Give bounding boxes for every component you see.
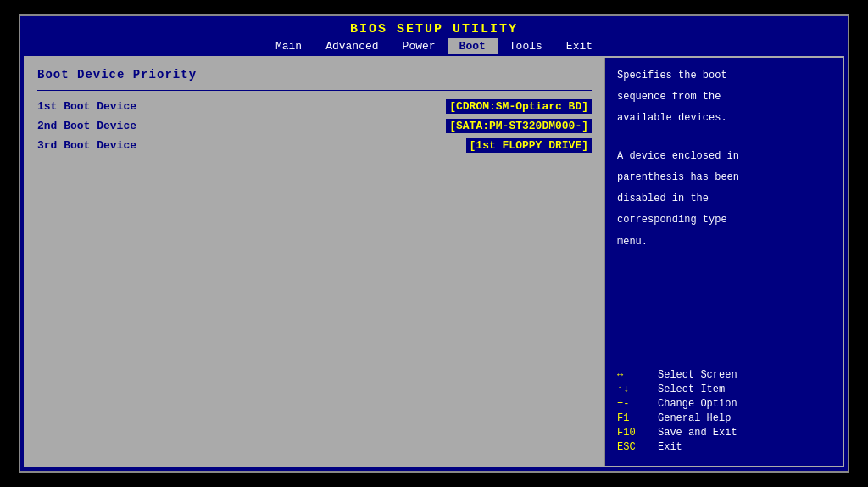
key-change-option: +- Change Option	[617, 398, 831, 410]
bios-title: BIOS SETUP UTILITY	[350, 22, 518, 36]
help-line-5: parenthesis has been	[617, 170, 831, 186]
boot-item-2-value: [SATA:PM-ST320DM000-]	[446, 119, 592, 133]
help-line-3: available devices.	[617, 110, 831, 126]
tab-main[interactable]: Main	[264, 38, 314, 54]
right-panel: Specifies the boot sequence from the ava…	[605, 58, 843, 466]
tab-advanced[interactable]: Advanced	[314, 38, 390, 54]
help-line-4: A device enclosed in	[617, 148, 831, 165]
help-line-8: menu.	[617, 234, 831, 250]
tab-bar: Main Advanced Power Boot Tools Exit	[20, 38, 848, 54]
key-select-screen-label: Select Screen	[658, 369, 737, 381]
boot-item-2-label: 2nd Boot Device	[37, 120, 190, 132]
key-select-screen: ↔ Select Screen	[617, 369, 831, 381]
section-title: Boot Device Priority	[37, 68, 592, 81]
key-list: ↔ Select Screen ↑↓ Select Item +- Change…	[617, 369, 831, 456]
divider	[37, 90, 592, 91]
help-line-6: disabled in the	[617, 191, 831, 207]
key-esc-icon: ESC	[617, 441, 658, 453]
key-general-help-label: General Help	[658, 412, 731, 424]
key-change-option-label: Change Option	[658, 398, 737, 410]
key-save-exit-label: Save and Exit	[658, 427, 737, 439]
tab-exit[interactable]: Exit	[554, 38, 604, 54]
help-line-7: corresponding type	[617, 212, 831, 228]
key-esc-label: Exit	[658, 441, 682, 453]
key-esc: ESC Exit	[617, 441, 831, 453]
key-select-item-label: Select Item	[658, 383, 725, 395]
boot-item-3-value: [1st FLOPPY DRIVE]	[466, 138, 592, 153]
key-plus-minus-icon: +-	[617, 398, 658, 410]
boot-item-2[interactable]: 2nd Boot Device [SATA:PM-ST320DM000-]	[37, 119, 592, 133]
key-f10-icon: F10	[617, 427, 658, 439]
key-general-help: F1 General Help	[617, 412, 831, 424]
key-f1-icon: F1	[617, 412, 658, 424]
key-arrows-lr-icon: ↔	[617, 369, 658, 381]
boot-item-1-label: 1st Boot Device	[37, 100, 190, 113]
boot-item-3[interactable]: 3rd Boot Device [1st FLOPPY DRIVE]	[37, 138, 592, 153]
left-panel: Boot Device Priority 1st Boot Device [CD…	[25, 58, 605, 466]
help-line-1: Specifies the boot	[617, 68, 831, 84]
help-line-2: sequence from the	[617, 89, 831, 105]
main-content: Boot Device Priority 1st Boot Device [CD…	[24, 56, 844, 467]
tab-boot[interactable]: Boot	[448, 38, 498, 54]
key-select-item: ↑↓ Select Item	[617, 383, 831, 395]
bios-screen: BIOS SETUP UTILITY Main Advanced Power B…	[19, 14, 849, 473]
boot-item-1-value: [CDROM:SM-Optiarc BD]	[446, 99, 592, 114]
help-description: Specifies the boot sequence from the ava…	[617, 68, 831, 255]
boot-item-3-label: 3rd Boot Device	[37, 139, 190, 152]
boot-item-1[interactable]: 1st Boot Device [CDROM:SM-Optiarc BD]	[37, 99, 592, 114]
key-arrows-ud-icon: ↑↓	[617, 383, 658, 395]
key-save-exit: F10 Save and Exit	[617, 427, 831, 439]
title-bar: BIOS SETUP UTILITY	[20, 16, 848, 38]
tab-tools[interactable]: Tools	[498, 38, 554, 54]
tab-power[interactable]: Power	[391, 38, 448, 54]
